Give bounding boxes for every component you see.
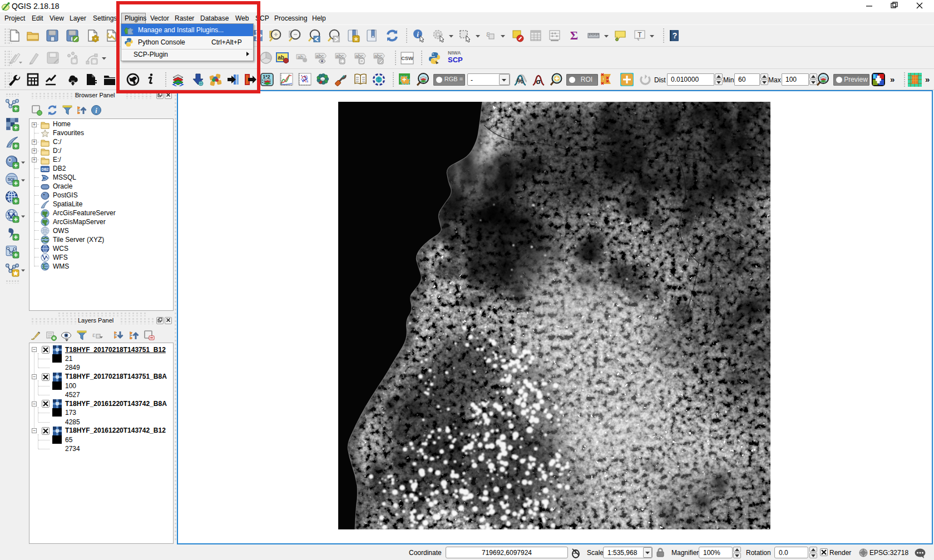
svg-text:CSW: CSW	[401, 55, 413, 61]
svg-text:ab: ab	[278, 54, 284, 61]
svg-text:1*2: 1*2	[263, 74, 270, 80]
svg-text:ab: ab	[298, 54, 303, 60]
svg-text:Σ: Σ	[570, 29, 578, 42]
svg-text:DB2: DB2	[41, 167, 48, 171]
svg-text:abc: abc	[316, 53, 324, 59]
svg-text:i: i	[417, 30, 419, 38]
svg-text:ε: ε	[92, 330, 96, 339]
svg-text:?: ?	[673, 31, 678, 40]
svg-text:σ: σ	[536, 77, 541, 86]
svg-text:%: %	[517, 77, 523, 85]
svg-text:T: T	[638, 31, 642, 39]
